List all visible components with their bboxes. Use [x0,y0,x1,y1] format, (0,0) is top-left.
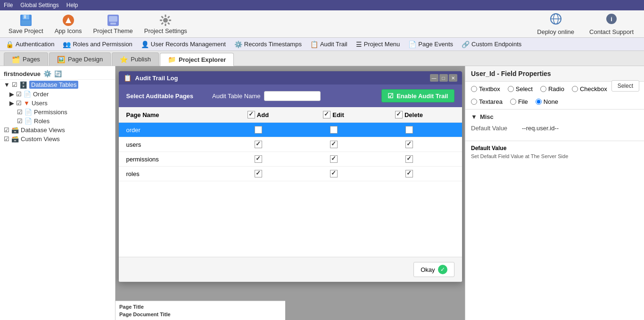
row-roles-delete[interactable] [372,170,447,177]
row-roles-add[interactable] [221,170,296,177]
add-all-checkbox[interactable] [248,111,255,118]
svg-line-13 [162,17,164,18]
ribbon-audit-trail[interactable]: 📋 Audit Trail [306,39,351,50]
contact-support-button[interactable]: i Contact Support [583,12,640,36]
enable-check-icon: ☑ [388,92,394,100]
users-delete-checkbox[interactable] [405,141,413,148]
select-radio-input[interactable] [508,86,514,92]
modal-titlebar: 📋 Audit Trail Log — □ ✕ [119,71,462,84]
db-views-checkbox[interactable]: ☑ [4,126,9,134]
textbox-radio-input[interactable] [471,86,477,92]
select-radio[interactable]: Select [508,85,533,93]
modal-maximize-button[interactable]: □ [439,74,448,82]
enable-audit-trail-button[interactable]: ☑ Enable Audit Trail [381,89,454,102]
okay-button[interactable]: Okay ✓ [413,262,454,277]
tree-users[interactable]: ▶ ☑ ▼ Users [0,99,115,108]
svg-line-16 [162,23,164,25]
table-row-permissions[interactable]: permissions [119,152,462,167]
order-icon: 📄 [24,91,31,98]
row-order-add[interactable] [221,126,296,134]
file-radio-input[interactable] [510,99,516,105]
tab-project-explorer[interactable]: 📁 Project Explorer [160,53,234,66]
database-tables-label[interactable]: Database Tables [29,81,79,89]
deploy-online-button[interactable]: Deploy online [530,12,581,36]
file-radio[interactable]: File [510,98,528,105]
order-checkbox[interactable]: ☑ [16,91,22,98]
textbox-radio[interactable]: Textbox [471,85,500,93]
tree-permissions[interactable]: ☑ 📄 Permissions [0,108,115,117]
radio-radio-input[interactable] [540,86,546,92]
misc-collapse-icon[interactable]: ▼ [471,113,477,120]
audit-table-name-select[interactable]: audits ▼ [264,91,321,101]
ribbon-custom-endpoints[interactable]: 🔗 Custom Endpoints [458,39,525,50]
menu-help[interactable]: Help [66,2,78,8]
permissions-checkbox[interactable]: ☑ [17,109,23,116]
order-edit-checkbox[interactable] [330,126,338,134]
db-views-icon: 🗃️ [11,126,19,134]
row-roles-edit[interactable] [296,170,372,177]
tab-page-design[interactable]: 🖼️ Page Design [49,52,111,66]
row-permissions-edit[interactable] [296,155,372,163]
row-permissions-add[interactable] [221,155,296,163]
toolbar: Save Project App Icons Project Theme [0,10,644,38]
ribbon-authentication[interactable]: 🔒 Authentication [2,39,58,50]
svg-rect-2 [24,15,26,18]
none-radio-input[interactable] [536,99,542,105]
delete-all-checkbox[interactable] [395,111,403,118]
app-icons-button[interactable]: App Icons [50,12,87,36]
none-radio[interactable]: None [536,98,558,105]
project-settings-button[interactable]: Project Settings [140,12,192,36]
textarea-radio-input[interactable] [471,99,477,105]
save-project-button[interactable]: Save Project [4,12,48,36]
tab-publish[interactable]: ⭐ Publish [112,52,159,66]
users-edit-checkbox[interactable] [330,141,338,148]
okay-check-icon: ✓ [438,265,447,274]
sidebar-refresh-icon[interactable]: 🔄 [54,70,62,77]
tab-pages[interactable]: 🗂️ Pages [4,52,48,66]
custom-views-checkbox[interactable]: ☑ [4,135,9,143]
ribbon-records-timestamps[interactable]: ⚙️ Records Timestamps [231,39,305,50]
tree-database-views[interactable]: ☑ 🗃️ Database Views [0,126,115,135]
users-add-checkbox[interactable] [255,141,262,148]
select-badge[interactable]: Select [611,80,639,92]
ribbon-roles[interactable]: 👥 Roles and Permission [59,39,136,50]
sidebar-gear-icon[interactable]: ⚙️ [43,70,51,77]
tree-root-checkbox[interactable]: ▼ ☑ 🗄️ Database Tables [0,80,115,90]
edit-all-checkbox[interactable] [323,111,330,118]
order-delete-checkbox[interactable] [405,126,413,134]
table-row-users[interactable]: users [119,137,462,152]
ribbon-user-records[interactable]: 👤 User Records Management [137,39,230,50]
row-order-edit[interactable] [296,126,372,134]
row-users-delete[interactable] [372,141,447,148]
modal-close-button[interactable]: ✕ [449,74,457,82]
menu-file[interactable]: File [4,2,13,8]
roles-add-checkbox[interactable] [255,170,262,177]
ribbon-project-menu[interactable]: ☰ Project Menu [352,39,404,50]
textarea-radio[interactable]: Textarea [471,98,503,105]
order-add-checkbox[interactable] [255,126,262,134]
modal-minimize-button[interactable]: — [430,74,438,82]
permissions-delete-checkbox[interactable] [405,155,413,163]
tree-checkbox[interactable]: ☑ [12,81,17,88]
tree-custom-views[interactable]: ☑ 🗃️ Custom Views [0,135,115,143]
checkbox-radio-input[interactable] [572,86,578,92]
radio-radio[interactable]: Radio [540,85,564,93]
row-users-add[interactable] [221,141,296,148]
table-row-roles[interactable]: roles [119,167,462,181]
table-row-order[interactable]: order [119,123,462,137]
checkbox-radio[interactable]: Checkbox [572,85,607,93]
roles-checkbox[interactable]: ☑ [17,118,23,125]
permissions-add-checkbox[interactable] [255,155,262,163]
row-permissions-delete[interactable] [372,155,447,163]
permissions-edit-checkbox[interactable] [330,155,338,163]
roles-edit-checkbox[interactable] [330,170,338,177]
tree-order[interactable]: ▶ ☑ 📄 Order [0,90,115,99]
row-users-edit[interactable] [296,141,372,148]
roles-delete-checkbox[interactable] [405,170,413,177]
row-order-delete[interactable] [372,126,447,134]
users-checkbox[interactable]: ☑ [16,100,22,107]
tree-roles[interactable]: ☑ 📄 Roles [0,117,115,126]
ribbon-page-events[interactable]: 📄 Page Events [405,39,457,50]
project-theme-button[interactable]: Project Theme [89,12,138,36]
menu-global-settings[interactable]: Global Settings [20,2,58,8]
